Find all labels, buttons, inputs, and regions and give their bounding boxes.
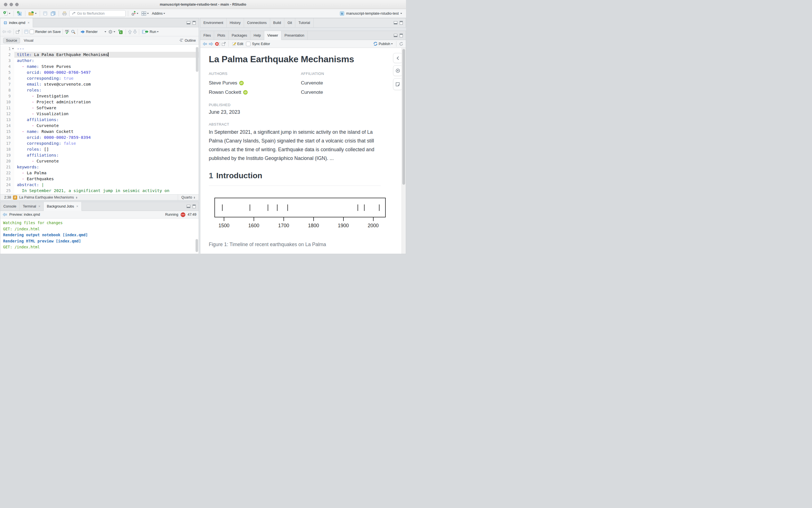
viewer-popout-icon[interactable] (222, 42, 226, 46)
open-file-button[interactable] (28, 10, 37, 17)
render-button[interactable]: Render (80, 29, 98, 35)
code-line[interactable]: 25 In September 2021, a significant jump… (0, 188, 199, 194)
code-line[interactable]: 21keywords: (0, 164, 199, 170)
insert-chunk-button[interactable]: C (117, 29, 124, 35)
code-line[interactable]: 20 - Curvenote (0, 158, 199, 164)
minimize-pane-icon[interactable] (394, 34, 398, 37)
code-line[interactable]: 10 - Project administration (0, 99, 199, 105)
git-button[interactable]: G (130, 10, 139, 17)
code-line[interactable]: 2title: La Palma Earthquake Mechanisms (0, 52, 199, 58)
viewer-back-icon[interactable] (203, 42, 207, 46)
orcid-icon[interactable]: iD (243, 90, 248, 95)
tab-packages[interactable]: Packages (229, 31, 250, 40)
collapse-panel-button[interactable] (393, 53, 402, 63)
console-tab-terminal[interactable]: Terminal× (20, 202, 44, 211)
code-line[interactable]: 22 - La Palma (0, 170, 199, 176)
new-project-button[interactable]: R (16, 10, 23, 17)
maximize-pane-icon[interactable] (193, 21, 196, 25)
code-line[interactable]: 1--- (0, 46, 199, 52)
save-icon[interactable] (24, 30, 29, 34)
console-tab-background-jobs[interactable]: Background Jobs× (44, 202, 82, 211)
tab-tutorial[interactable]: Tutorial (295, 18, 313, 27)
console-tab-console[interactable]: Console (0, 202, 20, 211)
tab-environment[interactable]: Environment (200, 18, 227, 27)
refresh-icon[interactable] (399, 42, 403, 46)
tab-connections[interactable]: Connections (244, 18, 270, 27)
section-picker[interactable]: La Palma Earthquake Mechanisms (19, 196, 74, 199)
render-on-save-checkbox[interactable] (30, 30, 34, 34)
notes-button[interactable] (393, 78, 402, 90)
tab-index-qmd[interactable]: index.qmd × (0, 18, 33, 27)
run-next-icon[interactable] (133, 30, 137, 34)
back-icon[interactable] (2, 30, 6, 34)
outline-button[interactable]: Outline (179, 39, 196, 43)
code-line[interactable]: 12 - Visualization (0, 111, 199, 117)
render-settings-button[interactable] (107, 29, 116, 35)
save-button[interactable] (42, 10, 48, 17)
visual-toggle[interactable]: Visual (21, 38, 36, 43)
save-all-button[interactable] (50, 10, 56, 17)
render-options-caret[interactable] (105, 31, 106, 32)
clear-viewer-icon[interactable] (215, 42, 220, 46)
minimize-pane-icon[interactable] (187, 21, 191, 25)
code-line[interactable]: 23 - Earthquakes (0, 176, 199, 182)
forward-icon[interactable] (7, 30, 11, 34)
find-icon[interactable] (71, 30, 76, 34)
close-tab-icon[interactable]: × (76, 204, 78, 208)
code-line[interactable]: 11 - Software (0, 105, 199, 111)
code-line[interactable]: 14 - Curvenote (0, 123, 199, 129)
tab-build[interactable]: Build (270, 18, 285, 27)
code-line[interactable]: 17 corresponding: false (0, 140, 199, 146)
job-output[interactable]: Watching files for changesGET: /index.ht… (0, 218, 199, 254)
code-line[interactable]: 15 - name: Rowan Cockett (0, 129, 199, 135)
tab-plots[interactable]: Plots (214, 31, 229, 40)
jobs-back-icon[interactable] (3, 213, 7, 217)
code-line[interactable]: 7 email: steve@curvenote.com (0, 81, 199, 87)
source-toggle[interactable]: Source (3, 38, 20, 43)
publish-button[interactable]: Publish (372, 41, 394, 47)
run-button[interactable]: Run (141, 29, 159, 35)
workspace-panes-button[interactable] (140, 10, 150, 17)
sync-editor-checkbox[interactable] (246, 42, 250, 46)
tab-help[interactable]: Help (250, 31, 264, 40)
viewer-scrollbar-thumb[interactable] (402, 49, 405, 185)
viewer-scrollbar-track[interactable] (402, 48, 406, 254)
addins-menu[interactable]: Addins (151, 10, 166, 17)
maximize-pane-icon[interactable] (400, 21, 403, 25)
editor-scrollbar[interactable] (196, 47, 198, 72)
file-type-picker[interactable]: Quarto (178, 195, 199, 200)
code-line[interactable]: 16 orcid: 0000-0002-7859-8394 (0, 135, 199, 140)
goto-file-search[interactable]: Go to file/function (69, 10, 126, 17)
tab-files[interactable]: Files (200, 31, 214, 40)
code-line[interactable]: 13 affiliations: (0, 117, 199, 123)
viewer-forward-icon[interactable] (209, 42, 213, 46)
tab-git[interactable]: Git (284, 18, 295, 27)
code-line[interactable]: 3author: (0, 58, 199, 64)
edit-button[interactable]: Edit (231, 41, 244, 47)
code-line[interactable]: 24abstract: | (0, 182, 199, 188)
console-scrollbar[interactable] (196, 239, 198, 252)
close-tab-icon[interactable]: × (28, 21, 30, 25)
run-previous-icon[interactable] (128, 30, 132, 34)
code-line[interactable]: 5 orcid: 0000-0002-0760-5497 (0, 70, 199, 76)
code-line[interactable]: 9 - Investigation (0, 93, 199, 99)
maximize-pane-icon[interactable] (193, 204, 196, 208)
close-tab-icon[interactable]: × (38, 204, 40, 208)
spellcheck-icon[interactable]: ABC (65, 29, 70, 34)
code-line[interactable]: 18 roles: [] (0, 146, 199, 152)
print-button[interactable] (61, 10, 68, 17)
code-line[interactable]: the island of La Palma (Canary Islands, … (0, 194, 199, 194)
new-file-button[interactable] (2, 10, 11, 17)
visibility-button[interactable] (393, 65, 402, 76)
orcid-icon[interactable]: iD (239, 81, 244, 85)
code-editor[interactable]: 1---2title: La Palma Earthquake Mechanis… (0, 45, 199, 194)
maximize-pane-icon[interactable] (400, 34, 403, 37)
minimize-pane-icon[interactable] (394, 21, 398, 25)
fold-caret-icon[interactable] (12, 48, 14, 49)
project-menu[interactable]: R manuscript-template-rstudio-test (339, 11, 404, 16)
tab-presentation[interactable]: Presentation (281, 31, 308, 40)
code-line[interactable]: 19 affiliations: (0, 152, 199, 158)
tab-history[interactable]: History (227, 18, 244, 27)
code-line[interactable]: 6 corresponding: true (0, 76, 199, 81)
code-line[interactable]: 4 - name: Steve Purves (0, 64, 199, 70)
